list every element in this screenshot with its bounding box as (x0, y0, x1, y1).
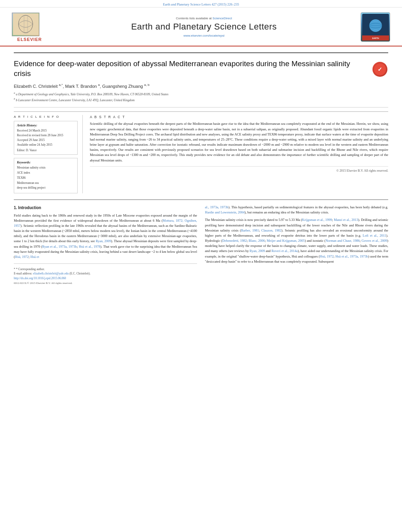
journal-citation: Earth and Planetary Science Letters 427 … (163, 2, 239, 6)
footer-copyright: 0012-821X/© 2015 Elsevier B.V. All right… (14, 281, 197, 285)
svg-rect-0 (13, 13, 39, 35)
ref-meijer[interactable]: Meijer and Krijgsman, 2005 (267, 239, 305, 243)
body-col1-para1: Field studies dating back to the 1860s a… (14, 213, 197, 260)
keyword-2: TEX86 (17, 176, 74, 181)
ref-ryan1973[interactable]: Ryan et al., 1973a, 1973b (42, 245, 77, 248)
keyword-0: Messinian salinity crisis (17, 165, 74, 171)
body-col2-para1: al., 1973a, 1973b). This hypothesis, bas… (205, 205, 388, 215)
page-wrapper: Earth and Planetary Science Letters 427 … (0, 0, 402, 532)
article-info-header: A R T I C L E I N F O (14, 115, 78, 119)
elsevier-image (12, 13, 39, 36)
svg-text:✓: ✓ (378, 66, 382, 72)
affiliation-a: a a Department of Geology and Geophysics… (14, 91, 366, 97)
body-two-col: 1. Introduction Field studies dating bac… (14, 205, 388, 285)
ref-hsu1973[interactable]: Hsü et (30, 255, 39, 259)
ref-manzi[interactable]: Manzi et al., 2013 (334, 218, 358, 222)
elsevier-logo: ELSEVIER (12, 13, 47, 42)
article-history-block: Article History: Received 24 March 2015 … (14, 121, 78, 155)
ref-barber[interactable]: Barber, 1981 (241, 228, 259, 232)
footer-doi[interactable]: http://dx.doi.org/10.1016/j.epsl.2015.06… (14, 276, 197, 281)
ref-norman[interactable]: Norman and Chase, 1986 (326, 239, 360, 243)
body-col-right: al., 1973a, 1973b). This hypothesis, bas… (205, 205, 388, 285)
article-authors: Elizabeth C. Christeleit a,*, Mark T. Br… (14, 83, 366, 89)
keyword-3: Mediterranean sea (17, 181, 74, 186)
copyright-line: © 2015 Elsevier B.V. All rights reserved… (90, 166, 388, 172)
history-received: Received 24 March 2015 (17, 128, 74, 133)
footer-email-link[interactable]: elizabeth.christeleit@yale.edu (33, 272, 69, 275)
crossmark-icon: ✓ (372, 62, 387, 77)
journal-url[interactable]: www.elsevier.com/locate/epsl (47, 34, 361, 37)
ref-hsu1973c[interactable]: Hsü et al., 1973a, 1973b (335, 254, 368, 258)
ref-govers[interactable]: Govers et al., 2009 (361, 239, 387, 243)
ref-lofi[interactable]: Lofi et al., 2011 (363, 234, 386, 237)
article-info-column: A R T I C L E I N F O Article History: R… (14, 115, 83, 193)
keyword-4: deep sea drilling project (17, 185, 74, 191)
footer-email-note: (E.C. Christeleit). (69, 272, 90, 275)
main-content: Evidence for deep-water deposition of ab… (0, 46, 402, 291)
abstract-text: Scientific drilling of the abyssal evapo… (90, 121, 388, 163)
article-main-title: Evidence for deep-water deposition of ab… (14, 59, 366, 78)
article-title-section: Evidence for deep-water deposition of ab… (14, 52, 388, 108)
ref-hsu1972b[interactable]: Hsü, 1972 (320, 254, 333, 258)
ref-mottura[interactable]: Mottura, 1872; Ognihen, 1957 (14, 219, 197, 228)
body-divider (14, 199, 388, 200)
article-info-abstract: A R T I C L E I N F O Article History: R… (14, 111, 388, 193)
history-title: Article History: (17, 124, 74, 127)
history-online: Available online 24 July 2015 (17, 143, 74, 147)
journal-top-bar: Earth and Planetary Science Letters 427 … (0, 0, 402, 7)
journal-header: ELSEVIER Contents lists available at Sci… (0, 7, 402, 46)
abstract-column: A B S T R A C T Scientific drilling of t… (90, 115, 388, 193)
affiliation-b: b b Lancaster Environment Centre, Lancas… (14, 97, 366, 103)
sciencedirect-link[interactable]: ScienceDirect (212, 17, 232, 20)
journal-title-center: Contents lists available at ScienceDirec… (47, 17, 361, 37)
body-col2-para2: The Messinian salinity crisis is now pre… (205, 217, 388, 264)
elsevier-text: ELSEVIER (12, 37, 47, 42)
earth-planetary-logo: EARTH (361, 12, 390, 42)
ref-debenedetti[interactable]: Debenedetti, 1982 (222, 239, 247, 243)
crossmark-logo: ✓ (372, 61, 388, 78)
history-editor: Editor: D. Vance (17, 148, 74, 152)
ref-hardie[interactable]: Hardie and Lowenstein, 2004 (205, 210, 245, 214)
ref-clauzon[interactable]: Clauzon, 1982 (261, 228, 281, 232)
contents-available-text: Contents lists available at ScienceDirec… (47, 17, 361, 20)
svg-text:EARTH: EARTH (372, 37, 379, 39)
ref-hsu1973b[interactable]: al., 1973a, 1973b (205, 205, 229, 209)
ref-krijgsman[interactable]: Krijgsman et al., 1999 (302, 218, 332, 222)
body-col-left: 1. Introduction Field studies dating bac… (14, 205, 197, 285)
footer-star-note: * * Corresponding author. (14, 267, 197, 271)
ref-hsu1972[interactable]: Hsü, 1972 (15, 255, 29, 259)
ref-blanc[interactable]: Blanc, 2006 (249, 239, 265, 243)
history-accepted: Accepted 29 June 2015 (17, 138, 74, 143)
corresponding-author-label: * Corresponding author. (16, 267, 45, 271)
abstract-header: A B S T R A C T (90, 115, 388, 119)
keyword-1: ACE index (17, 171, 74, 176)
ref-hsu1978[interactable]: Hsü et al., 1978 (79, 245, 100, 248)
journal-main-title: Earth and Planetary Science Letters (47, 22, 361, 32)
ref-ryan2009[interactable]: Ryan, 2009 (96, 239, 111, 243)
affiliations: a a Department of Geology and Geophysics… (14, 91, 366, 102)
footer-area: * * Corresponding author. E-mail address… (14, 263, 197, 285)
history-revised: Received in revised form 28 June 2015 (17, 133, 74, 138)
article-title-text: Evidence for deep-water deposition of ab… (14, 59, 366, 102)
ref-roveri[interactable]: Roveri et al., 2014a (272, 249, 298, 253)
section1-title: 1. Introduction (14, 205, 197, 211)
email-label: E-mail address: (14, 272, 32, 275)
keywords-block: Keywords: Messinian salinity crisis ACE … (14, 158, 78, 193)
ref-ryan2009b[interactable]: Ryan, 2009 (249, 249, 265, 253)
keywords-title: Keywords: (17, 161, 74, 164)
footer-email-line: E-mail address: elizabeth.christeleit@ya… (14, 271, 197, 276)
